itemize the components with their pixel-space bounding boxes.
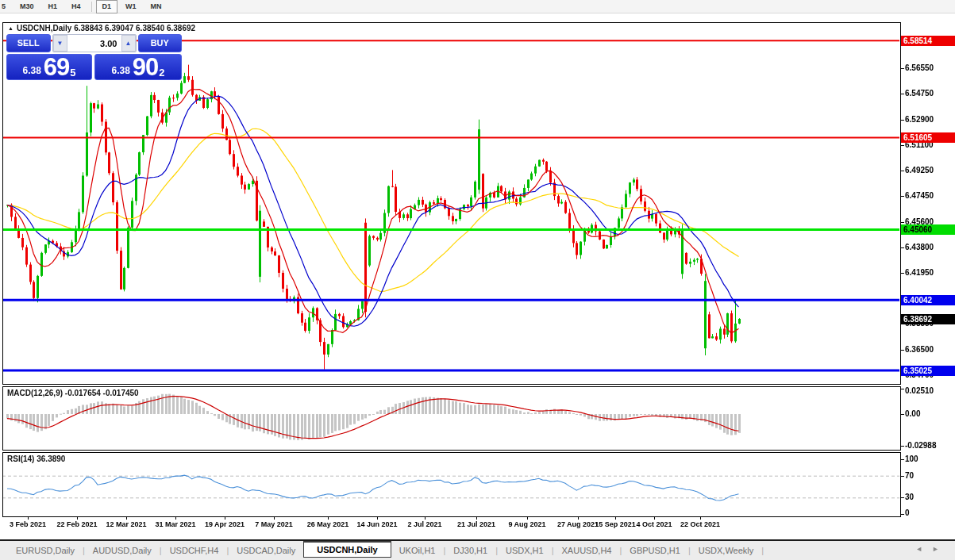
volume-stepper: ▼ ▲ bbox=[52, 34, 137, 52]
sell-price-superscript: 5 bbox=[70, 67, 75, 79]
date-axis-label: 2 Jul 2021 bbox=[407, 520, 441, 528]
sell-price-box[interactable]: 6.38695 bbox=[6, 54, 92, 80]
symbol-tab-usdx-weekly[interactable]: USDX,Weekly bbox=[691, 543, 761, 558]
macd-indicator-label: MACD(12,26,9) -0.017654 -0.017450 bbox=[7, 389, 139, 397]
buy-price-prefix: 6.38 bbox=[111, 65, 129, 76]
chart-title: ▲USDCNH,Daily 6.38843 6.39047 6.38540 6.… bbox=[8, 24, 195, 33]
symbol-tab-audusd-daily[interactable]: AUDUSD,Daily bbox=[85, 543, 160, 558]
chart-symbol-label: USDCNH,Daily bbox=[17, 24, 71, 33]
one-click-trading-panel: SELL ▼ ▲ BUY 6.38695 6.38902 bbox=[6, 34, 182, 80]
date-axis-label: 21 Jul 2021 bbox=[457, 520, 495, 528]
price-axis-label: 6.36500 bbox=[905, 345, 934, 354]
volume-input[interactable] bbox=[67, 35, 121, 52]
date-axis-label: 22 Feb 2021 bbox=[56, 520, 97, 528]
price-level-badge: 6.51605 bbox=[901, 132, 955, 143]
sell-price-big: 69 bbox=[44, 56, 69, 79]
symbol-tab-eurusd-daily[interactable]: EURUSD,Daily bbox=[8, 543, 83, 558]
price-level-badge: 6.40042 bbox=[901, 295, 955, 305]
volume-decrease-icon[interactable]: ▼ bbox=[53, 35, 67, 52]
symbol-tab-usdcnh-daily[interactable]: USDCNH,Daily bbox=[303, 541, 391, 558]
date-axis-label: 19 Apr 2021 bbox=[205, 520, 245, 528]
date-axis-label: 15 Sep 2021 bbox=[595, 520, 636, 528]
price-axis-label: 6.54750 bbox=[905, 89, 934, 98]
price-axis-label: 6.49250 bbox=[905, 166, 934, 175]
symbol-tab-bar: EURUSD,Daily|AUDUSD,Daily|USDCHF,H4|USDC… bbox=[0, 539, 955, 560]
rsi-indicator-label: RSI(14) 36.3890 bbox=[7, 455, 65, 463]
sell-price-prefix: 6.38 bbox=[22, 65, 40, 76]
date-axis-label: 22 Oct 2021 bbox=[680, 520, 720, 528]
tab-scroll-left-icon[interactable]: ◄ bbox=[915, 545, 932, 553]
price-chart-canvas[interactable] bbox=[0, 0, 955, 539]
buy-button[interactable]: BUY bbox=[138, 34, 183, 52]
collapse-panel-icon[interactable]: ▲ bbox=[8, 25, 13, 31]
tab-scroll-arrows[interactable]: ◄► bbox=[915, 545, 949, 553]
symbol-tab-usdx-h1[interactable]: USDX,H1 bbox=[498, 543, 552, 558]
date-axis-label: 26 May 2021 bbox=[307, 520, 349, 528]
date-axis-label: 7 May 2021 bbox=[255, 520, 293, 528]
macd-axis-label: -0.02988 bbox=[905, 441, 936, 450]
price-axis-label: 6.56550 bbox=[905, 63, 934, 72]
price-level-badge: 6.38692 bbox=[901, 314, 955, 324]
macd-axis-label: 0.02510 bbox=[905, 386, 934, 395]
price-level-badge: 6.58514 bbox=[901, 36, 955, 46]
symbol-tab-xauusd-h4[interactable]: XAUUSD,H4 bbox=[554, 543, 620, 558]
date-axis-label: 31 Mar 2021 bbox=[155, 520, 195, 528]
rsi-axis-label: 100 bbox=[905, 455, 918, 463]
price-axis-label: 6.41950 bbox=[905, 268, 934, 277]
date-axis-label: 4 Oct 2021 bbox=[636, 520, 672, 528]
sell-button[interactable]: SELL bbox=[6, 34, 51, 52]
price-axis-label: 6.52900 bbox=[905, 115, 934, 124]
tab-divider: | bbox=[761, 546, 764, 555]
buy-price-box[interactable]: 6.38902 bbox=[94, 54, 182, 80]
price-level-badge: 6.45060 bbox=[901, 224, 955, 235]
symbol-tab-dj30-h1[interactable]: DJ30,H1 bbox=[445, 543, 495, 558]
symbol-tab-usdchf-h4[interactable]: USDCHF,H4 bbox=[162, 543, 227, 558]
date-axis-label: 27 Aug 2021 bbox=[557, 520, 599, 528]
price-axis-label: 6.47450 bbox=[905, 191, 934, 200]
symbol-tab-usdcad-daily[interactable]: USDCAD,Daily bbox=[229, 543, 303, 558]
buy-price-superscript: 2 bbox=[159, 67, 164, 79]
date-axis-label: 9 Aug 2021 bbox=[508, 520, 545, 528]
buy-price-big: 90 bbox=[133, 56, 158, 79]
symbol-tab-gbpusd-h1[interactable]: GBPUSD,H1 bbox=[622, 543, 688, 558]
price-level-badge: 6.35025 bbox=[901, 366, 955, 376]
rsi-axis-label: 30 bbox=[905, 493, 914, 501]
price-axis-label: 6.43800 bbox=[905, 243, 934, 251]
rsi-axis-label: 0 bbox=[905, 508, 910, 517]
date-axis-label: 12 Mar 2021 bbox=[106, 520, 146, 528]
macd-axis-label: 0.00 bbox=[905, 409, 920, 418]
date-axis-label: 14 Jun 2021 bbox=[356, 520, 397, 528]
chart-ohlc-values: 6.38843 6.39047 6.38540 6.38692 bbox=[74, 24, 195, 33]
symbol-tab-ukoil-h1[interactable]: UKOil,H1 bbox=[391, 543, 444, 558]
tab-scroll-right-icon[interactable]: ► bbox=[932, 545, 949, 553]
trading-terminal-window: 5M30H1H4D1W1MN ▲USDCNH,Daily 6.38843 6.3… bbox=[0, 0, 955, 560]
volume-increase-icon[interactable]: ▲ bbox=[121, 35, 136, 52]
rsi-axis-label: 70 bbox=[905, 471, 914, 480]
date-axis-label: 3 Feb 2021 bbox=[10, 520, 46, 528]
